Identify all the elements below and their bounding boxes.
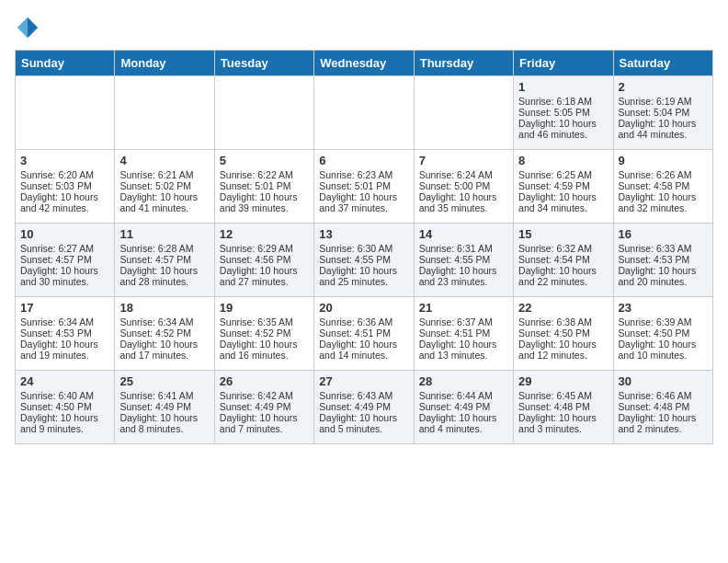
cell-content: Sunset: 5:02 PM — [119, 180, 209, 191]
cell-content: Sunrise: 6:41 AM — [119, 390, 209, 401]
cell-content: Daylight: 10 hours and 25 minutes. — [319, 265, 408, 287]
day-number: 25 — [119, 374, 209, 388]
cell-content: Daylight: 10 hours and 27 minutes. — [220, 265, 309, 287]
day-number: 21 — [419, 301, 508, 315]
calendar-cell: 26Sunrise: 6:42 AMSunset: 4:49 PMDayligh… — [214, 371, 313, 444]
logo-icon — [15, 15, 40, 40]
cell-content: Sunset: 4:50 PM — [20, 401, 109, 412]
calendar-cell: 24Sunrise: 6:40 AMSunset: 4:50 PMDayligh… — [16, 371, 115, 444]
cell-content: Daylight: 10 hours and 9 minutes. — [20, 412, 109, 434]
week-row-2: 3Sunrise: 6:20 AMSunset: 5:03 PMDaylight… — [16, 150, 713, 224]
calendar-cell: 28Sunrise: 6:44 AMSunset: 4:49 PMDayligh… — [414, 371, 513, 444]
day-number: 19 — [220, 301, 309, 315]
week-row-4: 17Sunrise: 6:34 AMSunset: 4:53 PMDayligh… — [16, 297, 713, 371]
cell-content: Sunrise: 6:37 AM — [419, 316, 508, 327]
cell-content: Sunset: 4:59 PM — [518, 180, 608, 191]
cell-content: Daylight: 10 hours and 46 minutes. — [518, 118, 608, 140]
calendar-cell — [214, 76, 313, 150]
day-number: 2 — [619, 80, 708, 94]
cell-content: Sunset: 4:53 PM — [20, 327, 109, 339]
cell-content: Sunrise: 6:23 AM — [319, 169, 408, 180]
cell-content: Sunrise: 6:26 AM — [619, 169, 708, 180]
cell-content: Daylight: 10 hours and 13 minutes. — [419, 339, 508, 361]
cell-content: Sunrise: 6:24 AM — [419, 169, 508, 180]
day-number: 8 — [518, 154, 608, 167]
day-number: 22 — [518, 301, 608, 315]
cell-content: Sunrise: 6:40 AM — [20, 390, 109, 401]
day-number: 10 — [20, 227, 109, 241]
cell-content: Sunset: 5:04 PM — [619, 107, 708, 118]
calendar-cell — [16, 76, 115, 150]
calendar-cell: 1Sunrise: 6:18 AMSunset: 5:05 PMDaylight… — [514, 76, 613, 150]
cell-content: Sunset: 4:57 PM — [20, 254, 109, 265]
cell-content: Sunset: 4:49 PM — [319, 401, 408, 412]
svg-marker-0 — [28, 17, 38, 28]
calendar-cell: 3Sunrise: 6:20 AMSunset: 5:03 PMDaylight… — [16, 150, 115, 224]
calendar-cell: 14Sunrise: 6:31 AMSunset: 4:55 PMDayligh… — [414, 224, 513, 297]
day-number: 13 — [319, 227, 408, 241]
calendar-cell: 4Sunrise: 6:21 AMSunset: 5:02 PMDaylight… — [115, 150, 214, 224]
cell-content: Daylight: 10 hours and 39 minutes. — [220, 191, 309, 213]
cell-content: Daylight: 10 hours and 22 minutes. — [518, 265, 608, 287]
header-cell-thursday: Thursday — [414, 51, 513, 76]
header-cell-wednesday: Wednesday — [314, 51, 414, 76]
day-number: 16 — [619, 227, 708, 241]
cell-content: Sunrise: 6:27 AM — [20, 243, 109, 254]
day-number: 11 — [119, 227, 209, 241]
cell-content: Daylight: 10 hours and 37 minutes. — [319, 191, 408, 213]
calendar-cell: 18Sunrise: 6:34 AMSunset: 4:52 PMDayligh… — [115, 297, 214, 371]
cell-content: Sunset: 4:49 PM — [119, 401, 209, 412]
cell-content: Sunrise: 6:19 AM — [619, 96, 708, 107]
calendar-cell: 12Sunrise: 6:29 AMSunset: 4:56 PMDayligh… — [214, 224, 313, 297]
cell-content: Sunrise: 6:36 AM — [319, 316, 408, 327]
calendar-cell: 20Sunrise: 6:36 AMSunset: 4:51 PMDayligh… — [314, 297, 414, 371]
cell-content: Daylight: 10 hours and 2 minutes. — [619, 412, 708, 434]
cell-content: Sunset: 5:03 PM — [20, 180, 109, 191]
calendar-cell: 16Sunrise: 6:33 AMSunset: 4:53 PMDayligh… — [613, 224, 712, 297]
cell-content: Daylight: 10 hours and 23 minutes. — [419, 265, 508, 287]
cell-content: Sunrise: 6:46 AM — [619, 390, 708, 401]
calendar-cell: 17Sunrise: 6:34 AMSunset: 4:53 PMDayligh… — [16, 297, 115, 371]
day-number: 23 — [619, 301, 708, 315]
cell-content: Sunrise: 6:21 AM — [119, 169, 209, 180]
calendar-cell: 15Sunrise: 6:32 AMSunset: 4:54 PMDayligh… — [514, 224, 613, 297]
day-number: 30 — [619, 374, 708, 388]
cell-content: Sunset: 4:55 PM — [319, 254, 408, 265]
cell-content: Daylight: 10 hours and 41 minutes. — [119, 191, 209, 213]
day-number: 18 — [119, 301, 209, 315]
calendar-cell: 29Sunrise: 6:45 AMSunset: 4:48 PMDayligh… — [514, 371, 613, 444]
cell-content: Daylight: 10 hours and 14 minutes. — [319, 339, 408, 361]
cell-content: Sunrise: 6:34 AM — [119, 316, 209, 327]
calendar-cell: 2Sunrise: 6:19 AMSunset: 5:04 PMDaylight… — [613, 76, 712, 150]
cell-content: Sunset: 4:48 PM — [619, 401, 708, 412]
day-number: 29 — [518, 374, 608, 388]
cell-content: Daylight: 10 hours and 32 minutes. — [619, 191, 708, 213]
cell-content: Sunrise: 6:18 AM — [518, 96, 608, 107]
cell-content: Sunset: 4:51 PM — [319, 327, 408, 339]
calendar-cell: 27Sunrise: 6:43 AMSunset: 4:49 PMDayligh… — [314, 371, 414, 444]
header-cell-friday: Friday — [514, 51, 613, 76]
calendar-cell: 25Sunrise: 6:41 AMSunset: 4:49 PMDayligh… — [115, 371, 214, 444]
calendar-cell — [414, 76, 513, 150]
day-number: 3 — [20, 154, 109, 167]
calendar-cell: 6Sunrise: 6:23 AMSunset: 5:01 PMDaylight… — [314, 150, 414, 224]
cell-content: Daylight: 10 hours and 16 minutes. — [220, 339, 309, 361]
cell-content: Daylight: 10 hours and 30 minutes. — [20, 265, 109, 287]
cell-content: Sunset: 4:52 PM — [220, 327, 309, 339]
day-number: 6 — [319, 154, 408, 167]
week-row-1: 1Sunrise: 6:18 AMSunset: 5:05 PMDaylight… — [16, 76, 713, 150]
cell-content: Daylight: 10 hours and 42 minutes. — [20, 191, 109, 213]
cell-content: Daylight: 10 hours and 4 minutes. — [419, 412, 508, 434]
cell-content: Daylight: 10 hours and 35 minutes. — [419, 191, 508, 213]
cell-content: Sunset: 4:52 PM — [119, 327, 209, 339]
calendar-cell: 21Sunrise: 6:37 AMSunset: 4:51 PMDayligh… — [414, 297, 513, 371]
header-cell-sunday: Sunday — [16, 51, 115, 76]
calendar-header-row: SundayMondayTuesdayWednesdayThursdayFrid… — [16, 51, 713, 76]
header-cell-monday: Monday — [115, 51, 214, 76]
cell-content: Daylight: 10 hours and 34 minutes. — [518, 191, 608, 213]
cell-content: Sunset: 4:55 PM — [419, 254, 508, 265]
day-number: 4 — [119, 154, 209, 167]
day-number: 17 — [20, 301, 109, 315]
cell-content: Daylight: 10 hours and 10 minutes. — [619, 339, 708, 361]
calendar-cell: 30Sunrise: 6:46 AMSunset: 4:48 PMDayligh… — [613, 371, 712, 444]
